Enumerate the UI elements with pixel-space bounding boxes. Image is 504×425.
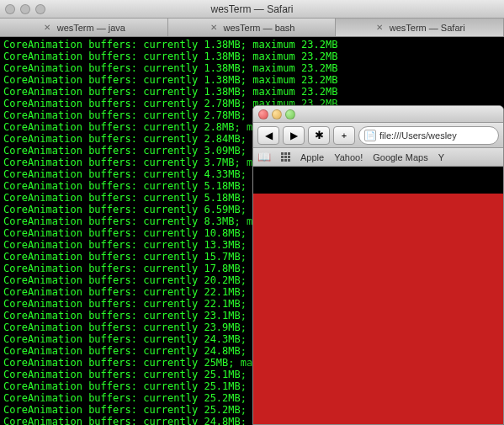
forward-button[interactable]: ▶	[283, 126, 305, 145]
window-title: wesTerm — Safari	[0, 3, 504, 15]
safari-close-button[interactable]	[258, 109, 268, 120]
tab-java[interactable]: ✕ wesTerm — java	[0, 19, 168, 36]
close-icon[interactable]: ✕	[42, 23, 52, 33]
tab-label: wesTerm — bash	[224, 23, 295, 33]
tab-safari[interactable]: ✕ wesTerm — Safari	[336, 19, 504, 36]
bookmarks-bar: 📖 Apple Yahoo! Google Maps Y	[253, 148, 503, 167]
content-red-area	[253, 194, 503, 424]
bookmark-more[interactable]: Y	[438, 152, 444, 162]
url-field[interactable]: 📄 file:///Users/wesley	[358, 126, 499, 145]
terminal-titlebar: wesTerm — Safari	[0, 0, 504, 19]
tab-label: wesTerm — java	[57, 23, 125, 33]
close-icon[interactable]: ✕	[209, 23, 219, 33]
safari-window[interactable]: ◀ ▶ ✱ + 📄 file:///Users/wesley 📖 Apple Y…	[252, 105, 504, 425]
bug-button[interactable]: ✱	[308, 126, 330, 145]
topsites-icon[interactable]	[281, 152, 290, 162]
safari-toolbar: ◀ ▶ ✱ + 📄 file:///Users/wesley	[253, 123, 503, 148]
tab-label: wesTerm — Safari	[390, 23, 465, 33]
back-button[interactable]: ◀	[257, 126, 279, 145]
close-icon[interactable]: ✕	[374, 23, 385, 33]
safari-content	[253, 167, 503, 424]
bug-icon: ✱	[315, 129, 324, 141]
bookmark-apple[interactable]: Apple	[300, 152, 324, 162]
tab-bash[interactable]: ✕ wesTerm — bash	[168, 19, 337, 36]
tab-bar: ✕ wesTerm — java ✕ wesTerm — bash ✕ wesT…	[0, 19, 504, 37]
content-black-band	[253, 167, 503, 194]
back-arrow-icon: ◀	[265, 130, 273, 141]
plus-icon: +	[342, 130, 347, 141]
forward-arrow-icon: ▶	[290, 130, 298, 141]
bookmark-yahoo[interactable]: Yahoo!	[334, 152, 363, 162]
safari-titlebar	[253, 106, 503, 123]
bookmarks-icon[interactable]: 📖	[257, 151, 271, 163]
safari-minimize-button[interactable]	[272, 109, 282, 120]
url-text: file:///Users/wesley	[379, 130, 457, 141]
favicon-icon: 📄	[364, 130, 376, 141]
safari-zoom-button[interactable]	[285, 109, 295, 120]
add-bookmark-button[interactable]: +	[333, 126, 355, 145]
bookmark-googlemaps[interactable]: Google Maps	[373, 152, 427, 162]
